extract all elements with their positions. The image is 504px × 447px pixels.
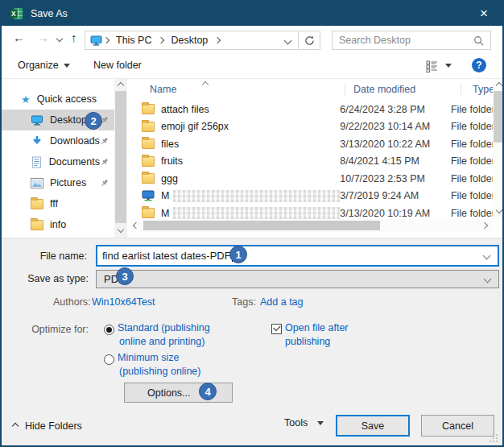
breadcrumb-desktop[interactable]: Desktop	[165, 35, 213, 46]
file-name: ggg	[161, 173, 340, 184]
tags-label: Tags:	[232, 296, 256, 308]
radio-standard-label-line1[interactable]: Standard (publishing	[118, 322, 210, 333]
search-icon[interactable]	[473, 35, 484, 46]
desktop-location-icon	[90, 35, 102, 46]
file-date: 6/24/2024 3:28 PM	[340, 104, 451, 115]
pin-icon	[100, 158, 109, 167]
column-header-date-modified[interactable]: Date modified	[353, 84, 415, 95]
file-date: 9/22/2023 10:14 AM	[340, 121, 451, 132]
pictures-icon	[31, 178, 43, 188]
annotation-badge-3: 3	[116, 267, 134, 285]
scroll-left-icon[interactable]	[133, 222, 139, 229]
excel-icon: X	[9, 6, 23, 21]
organize-button[interactable]: Organize	[18, 60, 70, 71]
sidebar-item-info[interactable]: info	[2, 214, 114, 235]
up-icon[interactable]: ↑	[71, 31, 77, 44]
window-title: Save As	[31, 8, 68, 19]
scrollbar-thumb[interactable]	[143, 221, 380, 230]
table-row[interactable]: fruits 8/4/2021 4:15 PM File folder	[130, 153, 493, 171]
sidebar-item-downloads[interactable]: Downloads	[2, 130, 114, 151]
file-type: File folder	[451, 121, 493, 132]
recent-locations-icon[interactable]	[56, 35, 63, 42]
column-divider[interactable]	[345, 83, 345, 97]
scroll-right-icon[interactable]	[481, 222, 488, 229]
annotation-badge-4: 4	[199, 383, 217, 400]
breadcrumb-this-pc[interactable]: This PC	[110, 35, 157, 46]
scrollbar-thumb[interactable]	[494, 91, 502, 143]
tools-label: Tools	[284, 417, 308, 428]
file-date: 3/13/2020 10:22 AM	[340, 139, 451, 150]
resize-grip[interactable]	[489, 433, 498, 443]
table-row[interactable]: M 3/7/2019 9:24 AM File folder	[130, 188, 493, 205]
redacted-text	[173, 190, 340, 202]
radio-standard-label-line2[interactable]: online and printing)	[119, 336, 204, 347]
svg-text:X: X	[11, 10, 16, 18]
annotation-badge-2: 2	[85, 112, 102, 130]
refresh-button[interactable]	[299, 31, 320, 50]
file-name-input[interactable]: find earlist latest dates-PDF	[96, 245, 499, 267]
authors-value[interactable]: Win10x64Test	[92, 296, 155, 308]
sidebar-item-documents[interactable]: Documents	[2, 151, 114, 172]
table-row[interactable]: emoji gif 256px 9/22/2023 10:14 AM File …	[130, 118, 493, 136]
file-name: files	[161, 139, 340, 150]
checkbox-label-line2[interactable]: publishing	[285, 336, 330, 347]
radio-minimum-size[interactable]	[104, 354, 114, 365]
save-button[interactable]: Save	[336, 415, 410, 437]
column-divider[interactable]	[461, 83, 461, 97]
list-horizontal-scrollbar[interactable]	[130, 219, 493, 232]
table-row[interactable]: ggg 10/7/2023 2:53 PM File folder	[130, 170, 493, 188]
tags-add-link[interactable]: Add a tag	[260, 296, 304, 308]
file-name: attach files	[161, 104, 340, 115]
file-date: 3/7/2019 9:24 AM	[340, 190, 451, 201]
annotation-badge-1: 1	[229, 246, 247, 263]
hide-folders-label: Hide Folders	[25, 420, 82, 432]
sidebar-scrollbar[interactable]	[114, 79, 127, 238]
radio-minimum-label-line1[interactable]: Minimum size	[118, 352, 179, 363]
checkbox-label-line1[interactable]: Open file after	[285, 322, 349, 333]
tools-dropdown-icon	[317, 421, 324, 425]
open-file-after-publishing-checkbox[interactable]	[271, 324, 282, 334]
close-button[interactable]: ×	[465, 2, 502, 26]
table-row[interactable]: attach files 6/24/2024 3:28 PM File fold…	[130, 101, 493, 118]
breadcrumb[interactable]: This PC Desktop	[85, 31, 299, 50]
scroll-up-icon[interactable]	[496, 82, 502, 89]
column-header-type[interactable]: Type	[473, 84, 494, 95]
sidebar-item-quick-access[interactable]: ★ Quick access	[2, 89, 114, 110]
address-dropdown-icon[interactable]	[284, 36, 292, 44]
tools-button[interactable]: Tools	[284, 417, 324, 428]
file-name: M	[161, 190, 340, 202]
new-folder-button[interactable]: New folder	[93, 60, 142, 71]
cancel-button[interactable]: Cancel	[421, 415, 494, 437]
hide-folders-button[interactable]: Hide Folders	[13, 420, 82, 432]
breadcrumb-separator-icon	[214, 37, 221, 43]
views-dropdown-icon[interactable]	[445, 64, 452, 68]
sidebar-item-label: Pictures	[50, 177, 86, 188]
folder-icon	[142, 156, 155, 167]
organize-label: Organize	[18, 60, 59, 71]
radio-standard[interactable]	[104, 325, 114, 335]
radio-minimum-label-line2[interactable]: (publishing online)	[119, 366, 200, 377]
scroll-down-icon[interactable]	[496, 207, 502, 213]
help-button[interactable]: ?	[472, 58, 486, 72]
save-as-type-dropdown-icon[interactable]	[484, 275, 492, 284]
scroll-up-icon[interactable]	[118, 82, 124, 89]
desktop-icon	[31, 115, 43, 126]
options-button-label: Options...	[147, 387, 191, 399]
sidebar-item-pictures[interactable]: Pictures	[2, 172, 114, 193]
folder-icon	[142, 208, 155, 218]
table-row[interactable]: files 3/13/2020 10:22 AM File folder	[130, 135, 493, 153]
search-box[interactable]: Search Desktop	[332, 31, 491, 50]
views-icon[interactable]	[426, 60, 439, 72]
list-vertical-scrollbar[interactable]	[493, 79, 502, 219]
save-as-type-select[interactable]: PDF	[96, 270, 499, 288]
file-name-dropdown-icon[interactable]	[483, 252, 491, 260]
column-header-name[interactable]: Name	[150, 84, 176, 95]
forward-icon[interactable]: →	[37, 31, 49, 44]
sidebar-item-fff[interactable]: fff	[2, 193, 114, 214]
file-name-label: File name:	[40, 250, 87, 262]
breadcrumb-separator-icon	[158, 37, 164, 43]
scroll-down-icon[interactable]	[118, 226, 124, 233]
back-icon[interactable]: ←	[13, 31, 25, 44]
optimize-for-label: Optimize for:	[31, 324, 89, 335]
scrollbar-thumb[interactable]	[115, 91, 126, 223]
